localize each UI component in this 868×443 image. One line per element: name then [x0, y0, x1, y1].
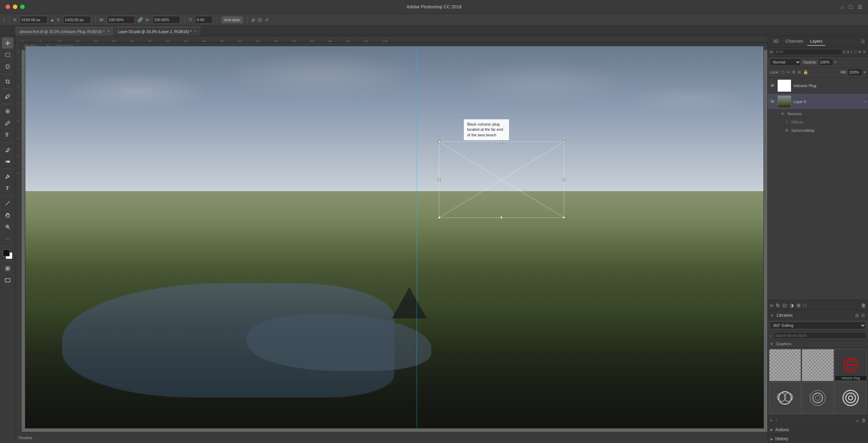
layer-new-icon[interactable]: □	[803, 303, 806, 308]
warp-icon[interactable]: ⌀	[252, 17, 255, 23]
tool-pen[interactable]	[2, 171, 13, 182]
y-input[interactable]	[63, 16, 91, 24]
tool-move[interactable]	[2, 37, 13, 49]
lib-item-1[interactable]	[769, 349, 801, 381]
search-icon[interactable]: ⌕	[841, 4, 844, 10]
tool-screen-mode[interactable]	[2, 275, 13, 286]
lock-all-icon[interactable]: 🔒	[803, 70, 808, 75]
lib-item-globe[interactable]: Volcanic Plug	[835, 349, 867, 381]
layer-mask-icon[interactable]: ⊡	[783, 303, 787, 308]
layer-0-vis-icon[interactable]: 👁	[770, 99, 775, 104]
tool-brush[interactable]	[2, 118, 13, 129]
lib-item-ring1[interactable]	[769, 382, 801, 414]
lib-item-2[interactable]	[802, 349, 834, 381]
lib-search-stock-icon[interactable]: ⌕	[856, 418, 859, 423]
filter-shape-icon[interactable]: ◻	[854, 50, 857, 54]
lib-item-ring3[interactable]	[835, 382, 867, 414]
reference-icon[interactable]: ⊙	[258, 17, 262, 23]
tool-stamp[interactable]	[2, 129, 13, 140]
lib-graphics-collapse-icon[interactable]: ▼	[770, 342, 773, 346]
minimize-button[interactable]	[13, 5, 17, 9]
color-swatches[interactable]	[3, 249, 12, 259]
library-select[interactable]: 360° Editing	[770, 322, 866, 329]
lib-more-icon[interactable]: ↑	[775, 418, 778, 423]
link-icon[interactable]: 🔗	[137, 17, 143, 22]
tab-layer03[interactable]: Layer 03.psb @ 33.3% (Layer 2, RGB/16) *…	[114, 27, 201, 36]
foreground-color-swatch[interactable]	[3, 249, 10, 256]
layer-link-icon[interactable]: ∞	[770, 303, 773, 308]
tab-atlsova[interactable]: atlsova-8x4.tif @ 33.3% (Volcanic Plug, …	[15, 27, 114, 36]
lib-trash-icon[interactable]: 🗑	[861, 418, 866, 423]
tab-3d[interactable]: 3D	[770, 37, 781, 46]
fill-input[interactable]	[848, 68, 863, 76]
tool-hand[interactable]	[2, 210, 13, 221]
x-input[interactable]	[20, 16, 48, 24]
tab-layer03-close[interactable]: ×	[194, 29, 197, 33]
sub-spherical-vis-icon[interactable]: 👁	[785, 128, 790, 133]
tool-eraser[interactable]	[2, 144, 13, 155]
opacity-input[interactable]	[818, 58, 833, 66]
layer-sub-spherical[interactable]: 👁 SphericalMap	[768, 126, 868, 135]
filter-type-icon[interactable]: T	[850, 50, 853, 54]
tool-gradient[interactable]	[2, 156, 13, 167]
layer-sub-textures[interactable]: 👁 Textures	[768, 110, 868, 118]
anti-alias-button[interactable]: Anti-alias	[221, 16, 243, 24]
tool-spot-heal[interactable]	[2, 106, 13, 117]
libraries-header[interactable]: ▼ Libraries ⊞ ☰	[768, 310, 868, 320]
w-input[interactable]	[107, 16, 135, 24]
actions-header[interactable]: ▶ Actions	[768, 425, 868, 434]
lib-search-input[interactable]	[774, 332, 866, 339]
canvas-area[interactable]: Black volcanic plug located at the far e…	[22, 42, 767, 432]
history-header[interactable]: ▶ History	[768, 434, 868, 443]
tool-mask[interactable]	[2, 263, 13, 274]
filter-smart-icon[interactable]: ★	[858, 50, 861, 54]
lock-transparent-icon[interactable]: ⬡	[781, 70, 784, 75]
sub-diffuse-vis-icon[interactable]: 👁	[785, 120, 790, 124]
window-controls[interactable]	[6, 5, 25, 9]
tab-channels[interactable]: Channels	[783, 37, 806, 46]
layer-sub-diffuse[interactable]: 👁 Diffuse	[768, 118, 868, 126]
tool-line[interactable]	[2, 198, 13, 209]
tool-lasso[interactable]	[2, 61, 13, 72]
tool-marquee-rect[interactable]	[2, 49, 13, 60]
close-button[interactable]	[6, 5, 10, 9]
filter-adjust-icon[interactable]: A	[847, 50, 849, 54]
layer-0-expand-icon[interactable]: ▾	[864, 100, 866, 103]
panel-icon[interactable]: ☰	[858, 4, 862, 10]
tool-extra[interactable]: ⋯	[2, 233, 13, 244]
sub-textures-vis-icon[interactable]: 👁	[781, 112, 786, 116]
layer-delete-icon[interactable]: 🗑	[861, 303, 866, 308]
lib-grid-view-icon[interactable]: ⊞	[855, 313, 859, 318]
layer-fx-icon[interactable]: fx	[776, 303, 780, 308]
layer-row-volcanic-plug[interactable]: 👁 Volcanic Plug	[768, 78, 868, 94]
arrange-icon[interactable]: ☐	[849, 4, 853, 10]
tool-zoom[interactable]	[2, 221, 13, 232]
kind-search-input[interactable]	[774, 49, 842, 55]
h-input[interactable]	[152, 16, 180, 24]
svg-line-4	[6, 201, 10, 205]
fill-arrow[interactable]: ▾	[864, 70, 866, 75]
maximize-button[interactable]	[20, 5, 25, 9]
lock-artboard-icon[interactable]: ⊞	[798, 70, 801, 75]
panel-menu-icon[interactable]: ☰	[861, 39, 865, 44]
tab-layers[interactable]: Layers	[807, 37, 825, 46]
lock-position-icon[interactable]: ✥	[792, 70, 795, 75]
layer-volcanic-plug-vis-icon[interactable]: 👁	[770, 83, 775, 88]
tab-atlsova-close[interactable]: ×	[107, 29, 109, 33]
filter-toggle[interactable]: ⊝	[863, 50, 866, 54]
blend-mode-select[interactable]: Normal Multiply Screen	[770, 58, 801, 66]
lib-add-icon[interactable]: +	[770, 418, 773, 423]
filter-pixel-icon[interactable]: P	[843, 50, 846, 54]
opacity-arrow[interactable]: ▾	[834, 60, 836, 65]
commit-icon[interactable]: ✓	[265, 17, 269, 23]
tool-text[interactable]: T	[2, 183, 13, 194]
tool-crop[interactable]	[2, 76, 13, 87]
layer-adjustment-icon[interactable]: ◑	[790, 303, 794, 308]
tool-eyedropper[interactable]	[2, 91, 13, 102]
layer-group-icon[interactable]: ⊞	[796, 303, 801, 308]
angle-input[interactable]	[195, 16, 212, 24]
lib-item-ring2[interactable]	[802, 382, 834, 414]
layer-row-layer0[interactable]: 👁 Layer 0 ▾	[768, 94, 868, 110]
lock-pixels-icon[interactable]: ✏	[786, 70, 790, 75]
lib-list-view-icon[interactable]: ☰	[861, 313, 865, 318]
